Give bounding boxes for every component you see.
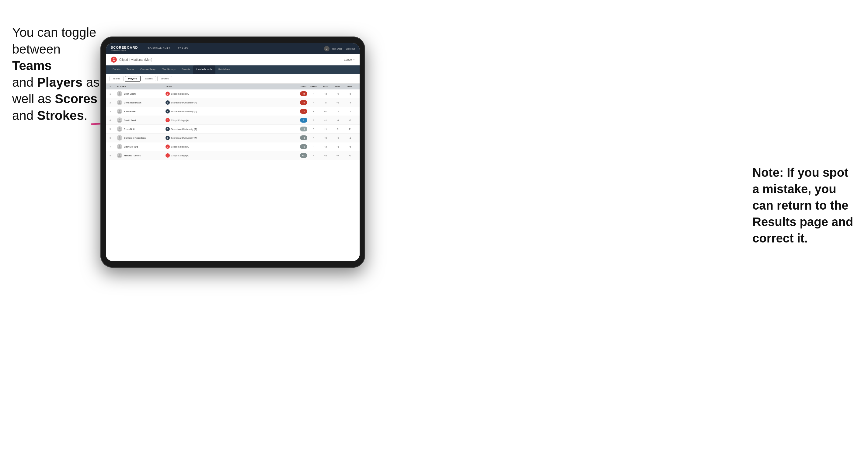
tablet-frame: SCOREBOARD Powered by clippd TOURNAMENTS… (100, 36, 365, 268)
signout-link[interactable]: Sign out (346, 48, 355, 50)
rd2-value: -6 (332, 92, 344, 95)
player-cell: Elliot Ebert (117, 91, 165, 96)
svg-point-8 (119, 154, 121, 156)
player-name: Rich Butler (124, 110, 136, 113)
right-annotation: Note: If you spota mistake, youcan retur… (752, 164, 856, 246)
rank-number: 6 (110, 136, 117, 139)
rd2-value: +7 (332, 154, 344, 157)
tab-tee-groups[interactable]: Tee Groups (159, 65, 179, 74)
rank-number: 5 (110, 128, 117, 130)
table-row: 4 David Ford C Clippd College [A] E F +1… (106, 116, 360, 125)
player-avatar (117, 100, 122, 105)
player-name: Blair McHarg (124, 146, 138, 148)
player-avatar (117, 91, 122, 96)
nav-teams[interactable]: TEAMS (174, 43, 192, 54)
team-name: Clippd College [A] (171, 154, 189, 157)
table-row: 5 Rees Britt S Scoreboard University [A]… (106, 125, 360, 133)
player-name: Elliot Ebert (124, 92, 136, 95)
user-label: Test User | (332, 48, 343, 50)
tab-printables[interactable]: Printables (215, 65, 233, 74)
rank-number: 3 (110, 110, 117, 113)
rd1-value: +5 (319, 136, 332, 139)
cancel-button[interactable]: Cancel × (344, 58, 355, 61)
rd2-value: -4 (332, 119, 344, 122)
filter-strokes[interactable]: Strokes (157, 76, 172, 81)
user-avatar: U (324, 46, 330, 52)
rank-number: 1 (110, 92, 117, 95)
thru-value: F (307, 146, 319, 148)
table-row: 7 Blair McHarg C Clippd College [A] +8 F… (106, 143, 360, 151)
filter-scores[interactable]: Scores (142, 76, 156, 81)
team-cell: S Scoreboard University [A] (165, 109, 286, 114)
svg-point-5 (119, 127, 121, 129)
team-name: Scoreboard University [A] (171, 110, 197, 113)
team-name: Scoreboard University [A] (171, 128, 197, 130)
rd2-value: E (332, 128, 344, 130)
rd3-value: E (344, 128, 356, 130)
player-name: Rees Britt (124, 128, 134, 130)
thru-value: F (307, 119, 319, 122)
logo-area: SCOREBOARD Powered by clippd (111, 46, 138, 52)
app-header: SCOREBOARD Powered by clippd TOURNAMENTS… (106, 43, 360, 54)
team-cell: S Scoreboard University [A] (165, 127, 286, 131)
rd2-value: -2 (332, 110, 344, 113)
svg-point-1 (119, 92, 121, 94)
team-cell: S Scoreboard University [A] (165, 100, 286, 105)
total-score-badge: E (300, 118, 307, 123)
player-name: David Ford (124, 119, 136, 122)
rd3-value: +2 (344, 154, 356, 157)
player-avatar (117, 108, 122, 114)
table-header: # PLAYER TEAM TOTAL THRU RD1 RD2 RD3 (106, 84, 360, 89)
tournament-header: C Clippd Invitational (Men) Cancel × (106, 54, 360, 65)
table-body: 1 Elliot Ebert C Clippd College [A] -8 F… (106, 89, 360, 160)
tab-teams[interactable]: Teams (124, 65, 137, 74)
rank-number: 8 (110, 154, 117, 157)
filter-teams[interactable]: Teams (110, 76, 124, 81)
rd1-value: -5 (319, 101, 332, 104)
thru-value: F (307, 128, 319, 130)
table-row: 1 Elliot Ebert C Clippd College [A] -8 F… (106, 89, 360, 98)
team-name: Scoreboard University [A] (171, 101, 197, 104)
tab-bar: Details Teams Course Setup Tee Groups Re… (106, 65, 360, 74)
rd2-value: +1 (332, 146, 344, 148)
player-cell: Rich Butler (117, 108, 165, 114)
tab-leaderboards[interactable]: Leaderboards (193, 65, 215, 74)
rd3-value: -4 (344, 101, 356, 104)
tab-course-setup[interactable]: Course Setup (137, 65, 159, 74)
player-name: Marcus Turners (124, 154, 141, 157)
thru-value: F (307, 136, 319, 139)
app-logo: SCOREBOARD (111, 46, 138, 49)
svg-point-2 (119, 101, 121, 103)
player-cell: Marcus Turners (117, 153, 165, 158)
nav-tournaments[interactable]: TOURNAMENTS (144, 43, 174, 54)
team-logo: S (165, 127, 170, 131)
tournament-title: Clippd Invitational (Men) (119, 58, 152, 62)
table-row: 8 Marcus Turners C Clippd College [A] +1… (106, 151, 360, 160)
table-row: 3 Rich Butler S Scoreboard University [A… (106, 107, 360, 116)
filter-players[interactable]: Players (125, 76, 141, 82)
nav-right: U Test User | Sign out (324, 46, 355, 52)
team-logo: C (165, 145, 170, 149)
team-logo: C (165, 92, 170, 96)
tab-results[interactable]: Results (179, 65, 193, 74)
rd3-value: +6 (344, 146, 356, 148)
thru-value: F (307, 154, 319, 157)
team-cell: C Clippd College [A] (165, 153, 286, 158)
rd1-value: +1 (319, 110, 332, 113)
rd3-value: -1 (344, 110, 356, 113)
player-name: Chris Robertson (124, 101, 142, 104)
rd3-value: -5 (344, 92, 356, 95)
svg-point-6 (119, 136, 121, 138)
tablet-screen: SCOREBOARD Powered by clippd TOURNAMENTS… (106, 43, 360, 261)
tournament-icon: C (111, 57, 117, 63)
total-score-badge: +8 (300, 144, 307, 149)
rank-number: 2 (110, 101, 117, 104)
rd1-value: +3 (319, 92, 332, 95)
team-logo: S (165, 136, 170, 140)
thru-value: F (307, 110, 319, 113)
tab-details[interactable]: Details (110, 65, 124, 74)
rank-number: 7 (110, 146, 117, 148)
player-cell: Rees Britt (117, 126, 165, 132)
team-cell: S Scoreboard University [A] (165, 136, 286, 140)
team-name: Scoreboard University [A] (171, 136, 197, 139)
